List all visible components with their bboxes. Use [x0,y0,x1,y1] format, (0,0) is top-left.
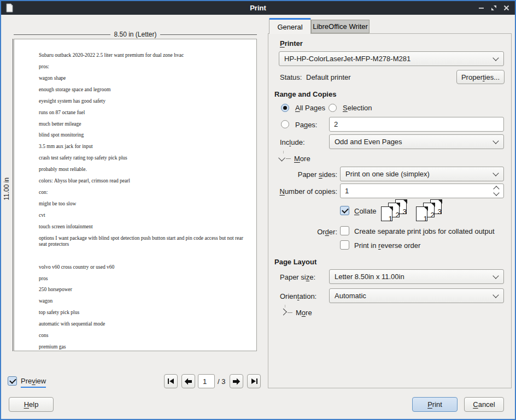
document-line: colors: Abyss blue pearl, crimson read p… [39,178,244,184]
tab-general[interactable]: General [269,18,311,34]
print-button[interactable]: Print [412,397,458,412]
orientation-label: Orientation: [280,292,316,300]
range-section-title: Range and Copies [274,90,336,98]
first-page-button[interactable] [164,374,178,388]
window-title: Print [1,4,515,12]
page-fold [396,203,400,207]
print-preview-page: Subaru outback 2020-2022 2.5 liter want … [14,39,257,351]
page-number: 1 [388,215,392,223]
titlebar[interactable]: Print [1,1,515,15]
properties-button[interactable]: Properties... [456,70,505,84]
cancel-button[interactable]: Cancel [464,397,504,412]
document-line: enough storage space and legroom [39,87,244,93]
all-pages-radio[interactable] [281,104,289,112]
total-pages-label: / 3 [218,377,225,386]
dimension-line [14,34,110,35]
paper-size-select[interactable]: Letter 8.50in x 11.00in [329,269,504,284]
document-line: wagon [39,298,244,304]
page-fold [438,199,442,204]
document-line: premium gas [39,344,244,350]
chevron-down-icon [492,273,499,279]
document-line: blind spot monitoring [39,132,244,138]
printer-select[interactable]: HP-HP-ColorLaserJet-MFP-M278-M281 [279,51,504,66]
include-select-value: Odd and Even Pages [335,138,402,146]
status-value: Default printer [306,73,351,81]
document-line: eyesight system has good safety [39,98,244,104]
paper-sides-select-value: Print on one side (simplex) [345,170,430,178]
minimize-button[interactable] [478,5,484,11]
status-label: Status: [280,73,302,81]
preview-checkbox-label[interactable]: Preview [21,377,46,388]
preview-checkbox[interactable] [8,376,17,386]
last-page-button[interactable] [247,374,261,388]
pages-range-input[interactable] [329,117,504,132]
copies-input[interactable] [340,184,504,198]
separate-jobs-label[interactable]: Create separate print jobs for collated … [354,227,495,235]
document-line: pros [39,276,244,282]
document-line: cvt [39,212,244,218]
copies-spinner [340,184,504,198]
include-select[interactable]: Odd and Even Pages [329,134,504,149]
document-line: runs on 87 octane fuel [39,110,244,116]
restore-button[interactable] [491,5,497,11]
collate-page: 1 [381,206,392,221]
paper-size-label: Paper size: [280,273,315,281]
chevron-down-icon [492,170,499,176]
collate-page: 1 [416,206,427,221]
printer-select-value: HP-HP-ColorLaserJet-MFP-M278-M281 [284,55,411,63]
help-button[interactable]: Help [9,397,54,412]
document-line: probably most reliable. [39,167,244,173]
page-fold [403,199,407,204]
expander-tail [288,312,292,313]
layout-more-expander[interactable]: More [281,309,312,317]
close-button[interactable] [503,5,509,11]
document-line: Subaru outback 2020-2022 2.5 liter want … [39,52,244,58]
paper-sides-label: Paper sides: [273,170,337,179]
document-line: cons [39,333,244,339]
current-page-input[interactable] [198,374,215,388]
collate-icon: 3 2 1 [416,199,448,223]
range-more-label: More [294,155,310,163]
reverse-order-checkbox[interactable] [340,240,349,250]
orientation-select-value: Automatic [335,292,366,300]
document-line: wagon shape [39,75,244,81]
tab-libreoffice-writer[interactable]: LibreOffice Writer [311,20,370,33]
page-fold [431,203,435,207]
selection-radio[interactable] [329,104,337,112]
chevron-right-icon [280,309,287,316]
collate-checkbox[interactable] [340,206,349,215]
paper-width-dimension: 8.50 in (Letter) [14,31,257,38]
document-line: con: [39,190,244,196]
separate-jobs-checkbox[interactable] [340,226,349,235]
next-page-button[interactable] [230,374,243,388]
document-line: options I want package with blind spot d… [39,235,244,247]
include-label: Include: [280,138,305,146]
page-number: 1 [423,215,427,223]
selection-label[interactable]: Selection [343,104,372,112]
document-line: might be too slow [39,201,244,207]
paper-height-label: 11.00 in [3,178,10,200]
previous-page-button[interactable] [181,374,195,388]
chevron-down-icon [492,292,499,298]
reverse-order-label[interactable]: Print in reverse order [354,241,420,250]
page-fold [424,206,428,211]
expander-tail [286,158,291,159]
page-number: 3 [402,208,407,216]
chevron-down-icon [492,138,499,144]
orientation-select[interactable]: Automatic [329,288,504,303]
pages-label[interactable]: Pages: [295,121,317,129]
document-line: automatic with sequential mode [39,321,244,327]
all-pages-label[interactable]: All Pages [295,104,325,112]
page-number: 2 [430,211,435,219]
page-number: 2 [395,211,400,219]
paper-size-select-value: Letter 8.50in x 11.00in [335,273,404,281]
page-number: 3 [437,208,442,216]
chevron-down-icon [278,155,285,162]
expander-stem [285,305,285,307]
paper-sides-select[interactable]: Print on one side (simplex) [340,167,504,181]
printer-section-title: Printer [280,39,303,48]
chevron-down-icon [492,55,499,61]
collate-label[interactable]: Collate [354,207,376,215]
range-more-expander[interactable]: More [279,155,310,163]
pages-radio[interactable] [281,120,289,128]
